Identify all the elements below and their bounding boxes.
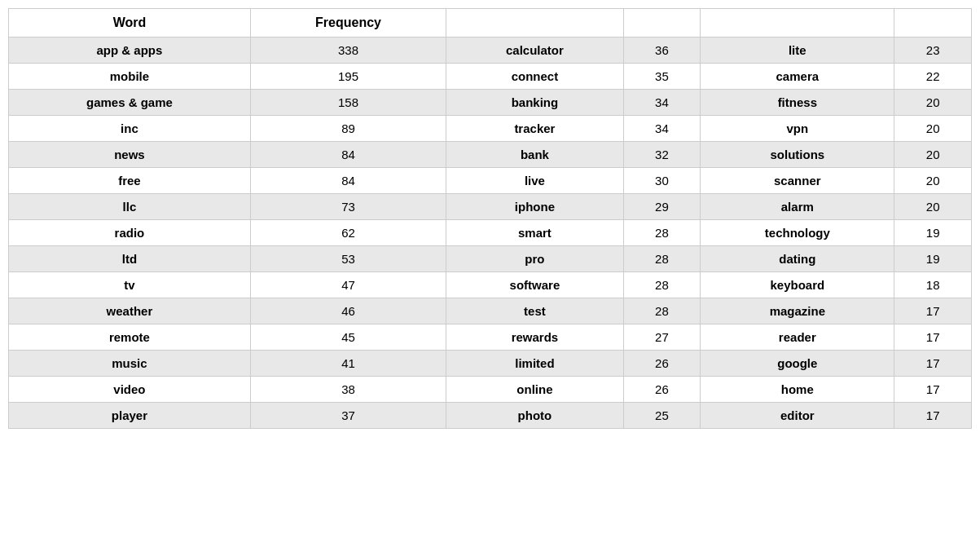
frequency-cell: 18 bbox=[894, 272, 972, 298]
frequency-cell: 20 bbox=[894, 116, 972, 142]
table-row: free84live30scanner20 bbox=[9, 168, 972, 194]
col-header-frequency: Frequency bbox=[250, 9, 446, 38]
table-row: player37photo25editor17 bbox=[9, 403, 972, 429]
table-row: news84bank32solutions20 bbox=[9, 142, 972, 168]
col-header-5 bbox=[701, 9, 894, 38]
frequency-cell: 17 bbox=[894, 403, 972, 429]
word-cell: music bbox=[9, 351, 251, 377]
word-cell: tv bbox=[9, 272, 251, 298]
table-row: mobile195connect35camera22 bbox=[9, 64, 972, 90]
frequency-cell: 17 bbox=[894, 351, 972, 377]
table-row: games & game158banking34fitness20 bbox=[9, 90, 972, 116]
table-row: radio62smart28technology19 bbox=[9, 220, 972, 246]
col-header-word: Word bbox=[9, 9, 251, 38]
word-cell: pro bbox=[446, 246, 623, 272]
word-cell: player bbox=[9, 403, 251, 429]
word-cell: keyboard bbox=[701, 272, 894, 298]
col-header-4 bbox=[623, 9, 701, 38]
word-cell: test bbox=[446, 298, 623, 324]
frequency-cell: 53 bbox=[250, 246, 446, 272]
word-cell: weather bbox=[9, 298, 251, 324]
frequency-cell: 84 bbox=[250, 142, 446, 168]
table-row: inc89tracker34vpn20 bbox=[9, 116, 972, 142]
word-cell: limited bbox=[446, 351, 623, 377]
table-row: music41limited26google17 bbox=[9, 351, 972, 377]
frequency-cell: 30 bbox=[623, 168, 701, 194]
frequency-cell: 20 bbox=[894, 194, 972, 220]
frequency-cell: 19 bbox=[894, 220, 972, 246]
word-cell: app & apps bbox=[9, 38, 251, 64]
frequency-cell: 20 bbox=[894, 168, 972, 194]
table-row: weather46test28magazine17 bbox=[9, 298, 972, 324]
table-row: ltd53pro28dating19 bbox=[9, 246, 972, 272]
table-row: app & apps338calculator36lite23 bbox=[9, 38, 972, 64]
word-cell: free bbox=[9, 168, 251, 194]
word-cell: software bbox=[446, 272, 623, 298]
frequency-cell: 17 bbox=[894, 298, 972, 324]
col-header-6 bbox=[894, 9, 972, 38]
word-cell: fitness bbox=[701, 90, 894, 116]
frequency-cell: 20 bbox=[894, 142, 972, 168]
table-row: video38online26home17 bbox=[9, 377, 972, 403]
word-cell: camera bbox=[701, 64, 894, 90]
frequency-cell: 35 bbox=[623, 64, 701, 90]
frequency-cell: 47 bbox=[250, 272, 446, 298]
frequency-cell: 89 bbox=[250, 116, 446, 142]
frequency-cell: 19 bbox=[894, 246, 972, 272]
frequency-cell: 84 bbox=[250, 168, 446, 194]
frequency-cell: 25 bbox=[623, 403, 701, 429]
table-row: remote45rewards27reader17 bbox=[9, 324, 972, 351]
word-cell: remote bbox=[9, 324, 251, 351]
word-cell: google bbox=[701, 351, 894, 377]
word-cell: solutions bbox=[701, 142, 894, 168]
frequency-cell: 17 bbox=[894, 377, 972, 403]
word-cell: lite bbox=[701, 38, 894, 64]
frequency-cell: 26 bbox=[623, 377, 701, 403]
word-cell: dating bbox=[701, 246, 894, 272]
word-cell: calculator bbox=[446, 38, 623, 64]
frequency-cell: 22 bbox=[894, 64, 972, 90]
frequency-cell: 29 bbox=[623, 194, 701, 220]
frequency-cell: 38 bbox=[250, 377, 446, 403]
word-cell: news bbox=[9, 142, 251, 168]
word-cell: smart bbox=[446, 220, 623, 246]
frequency-cell: 41 bbox=[250, 351, 446, 377]
frequency-cell: 46 bbox=[250, 298, 446, 324]
word-cell: llc bbox=[9, 194, 251, 220]
word-cell: ltd bbox=[9, 246, 251, 272]
frequency-cell: 338 bbox=[250, 38, 446, 64]
word-cell: photo bbox=[446, 403, 623, 429]
frequency-cell: 34 bbox=[623, 116, 701, 142]
frequency-cell: 73 bbox=[250, 194, 446, 220]
word-cell: rewards bbox=[446, 324, 623, 351]
word-cell: banking bbox=[446, 90, 623, 116]
col-header-3 bbox=[446, 9, 623, 38]
word-cell: editor bbox=[701, 403, 894, 429]
frequency-cell: 36 bbox=[623, 38, 701, 64]
word-cell: magazine bbox=[701, 298, 894, 324]
word-cell: online bbox=[446, 377, 623, 403]
word-cell: bank bbox=[446, 142, 623, 168]
frequency-cell: 20 bbox=[894, 90, 972, 116]
word-cell: alarm bbox=[701, 194, 894, 220]
word-cell: technology bbox=[701, 220, 894, 246]
frequency-cell: 34 bbox=[623, 90, 701, 116]
frequency-cell: 32 bbox=[623, 142, 701, 168]
word-cell: tracker bbox=[446, 116, 623, 142]
word-cell: vpn bbox=[701, 116, 894, 142]
frequency-cell: 26 bbox=[623, 351, 701, 377]
word-cell: home bbox=[701, 377, 894, 403]
frequency-cell: 195 bbox=[250, 64, 446, 90]
frequency-cell: 23 bbox=[894, 38, 972, 64]
word-cell: reader bbox=[701, 324, 894, 351]
frequency-cell: 37 bbox=[250, 403, 446, 429]
word-cell: connect bbox=[446, 64, 623, 90]
frequency-cell: 158 bbox=[250, 90, 446, 116]
frequency-cell: 28 bbox=[623, 220, 701, 246]
frequency-cell: 28 bbox=[623, 246, 701, 272]
word-cell: video bbox=[9, 377, 251, 403]
word-cell: inc bbox=[9, 116, 251, 142]
word-cell: games & game bbox=[9, 90, 251, 116]
word-cell: scanner bbox=[701, 168, 894, 194]
table-row: llc73iphone29alarm20 bbox=[9, 194, 972, 220]
